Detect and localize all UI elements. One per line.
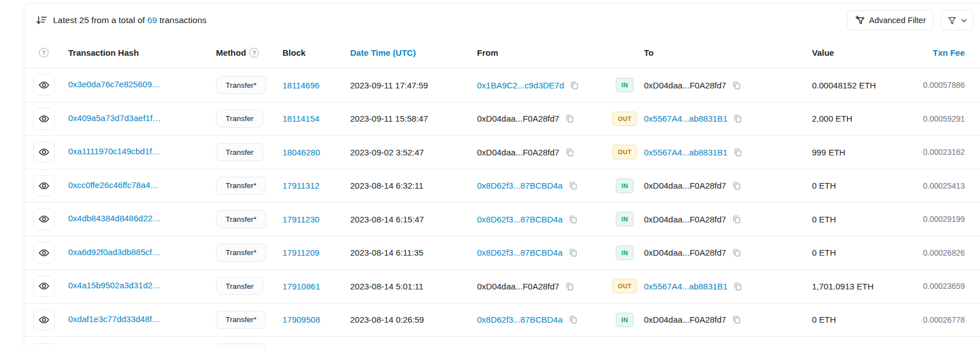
eye-icon [38, 113, 50, 124]
eye-button[interactable] [33, 242, 55, 264]
from-address[interactable]: 0xD04daa...F0A28fd7 [477, 148, 559, 157]
txn-fee-text: 0.00059291 [923, 114, 965, 123]
tx-hash-link[interactable]: 0xa1111970c149cbd1f… [68, 146, 160, 156]
copy-icon[interactable] [565, 282, 575, 291]
value-text: 0 ETH [812, 181, 836, 190]
copy-icon[interactable] [732, 181, 741, 190]
method-badge[interactable]: Transfer* [216, 76, 266, 94]
method-badge[interactable]: Transfer [216, 110, 263, 128]
table-row: 0x409a5a73d7d3aef1f… Transfer 18114154 2… [24, 102, 980, 136]
copy-icon[interactable] [565, 148, 575, 157]
copy-icon[interactable] [733, 114, 743, 123]
copy-icon[interactable] [568, 248, 578, 257]
method-badge[interactable]: Transfer* [216, 311, 266, 329]
from-address[interactable]: 0xD04daa...F0A28fd7 [477, 114, 559, 123]
value-text: 1,701.0913 ETH [812, 282, 873, 291]
method-badge[interactable]: Transfer [216, 143, 263, 161]
copy-icon[interactable] [733, 282, 743, 291]
table-header-row: ? Transaction Hash Method ? Block Date T… [24, 37, 980, 69]
table-row: 0xcc0ffe26c46ffc78a4… Transfer* 17911312… [24, 169, 980, 203]
eye-icon [38, 146, 50, 158]
method-badge[interactable]: Transfer* [216, 210, 266, 228]
help-icon[interactable]: ? [39, 48, 48, 57]
copy-icon[interactable] [568, 315, 578, 324]
copy-icon[interactable] [565, 114, 575, 123]
from-address[interactable]: 0x8D62f3...87BCBD4a [477, 215, 563, 224]
direction-badge: OUT [612, 111, 637, 126]
to-address[interactable]: 0xD04daa...F0A28fd7 [644, 81, 726, 90]
method-badge[interactable] [216, 343, 266, 348]
eye-icon [38, 213, 50, 225]
table-row: 0x4a15b9502a3d31d2… Transfer 17910861 20… [24, 270, 980, 304]
table-topbar: Latest 25 from a total of 69 transaction… [24, 3, 980, 37]
block-link[interactable]: 17911209 [282, 248, 320, 257]
copy-icon[interactable] [732, 248, 741, 257]
to-address[interactable]: 0xD04daa...F0A28fd7 [644, 248, 726, 257]
copy-icon[interactable] [732, 215, 741, 224]
tx-hash-link[interactable]: 0xdaf1e3c77dd33d48f… [68, 314, 160, 324]
header-datetime-toggle[interactable]: Date Time (UTC) [350, 48, 477, 57]
filter-dropdown-button[interactable] [941, 10, 974, 30]
table-row: 0xdaf1e3c77dd33d48f… Transfer* 17909508 … [24, 304, 980, 337]
block-link[interactable]: 18114154 [282, 114, 320, 123]
eye-button[interactable] [33, 141, 55, 163]
to-address[interactable]: 0xD04daa...F0A28fd7 [644, 181, 726, 190]
transaction-count-link[interactable]: 69 [147, 15, 157, 25]
eye-button[interactable] [33, 309, 55, 331]
to-address[interactable]: 0xD04daa...F0A28fd7 [644, 315, 726, 324]
tx-hash-link[interactable]: 0xa6d92f0ad3db885cf… [68, 247, 160, 257]
txn-fee-text: 0.00025413 [923, 181, 965, 190]
header-block: Block [282, 48, 350, 57]
eye-button[interactable] [33, 108, 55, 130]
header-txn-fee-toggle[interactable]: Txn Fee [917, 48, 965, 57]
value-text: 999 ETH [812, 148, 845, 157]
txn-fee-text: 0.00023162 [923, 148, 965, 157]
eye-button[interactable] [33, 74, 55, 96]
table-row: 0xa1111970c149cbd1f… Transfer 18046280 2… [24, 136, 980, 169]
datetime-text: 2023-09-11 15:58:47 [350, 114, 428, 123]
block-link[interactable]: 18046280 [282, 148, 320, 157]
value-text: 0.00048152 ETH [812, 81, 876, 90]
to-address[interactable]: 0x5567A4...ab8831B1 [644, 114, 727, 123]
direction-badge: IN [616, 246, 634, 260]
tx-hash-link[interactable]: 0x4a15b9502a3d31d2… [68, 280, 161, 290]
to-address[interactable]: 0x5567A4...ab8831B1 [644, 148, 727, 157]
copy-icon[interactable] [732, 315, 741, 324]
eye-button[interactable] [33, 208, 55, 230]
copy-icon[interactable] [568, 215, 578, 224]
tx-hash-link[interactable]: 0x409a5a73d7d3aef1f… [68, 113, 161, 123]
table-row: 0x3e0da76c7e825609… Transfer* 18114696 2… [24, 69, 980, 102]
eye-icon [38, 180, 50, 191]
block-link[interactable]: 18114696 [282, 81, 320, 90]
copy-icon[interactable] [570, 81, 579, 90]
method-badge[interactable]: Transfer [216, 277, 263, 295]
copy-icon[interactable] [732, 81, 741, 90]
copy-icon[interactable] [733, 148, 743, 157]
from-address[interactable]: 0xD04daa...F0A28fd7 [477, 282, 559, 291]
eye-button[interactable] [33, 175, 55, 197]
eye-icon [38, 314, 50, 325]
method-badge[interactable]: Transfer* [216, 177, 266, 195]
block-link[interactable]: 17911230 [282, 215, 320, 224]
from-address[interactable]: 0x8D62f3...87BCBD4a [477, 181, 563, 190]
method-help-icon[interactable]: ? [249, 48, 259, 57]
from-address[interactable]: 0x1BA9C2...c9d3DE7d [477, 81, 564, 90]
tx-hash-link[interactable]: 0xcc0ffe26c46ffc78a4… [68, 180, 158, 190]
block-link[interactable]: 17909508 [282, 315, 320, 324]
method-badge[interactable]: Transfer* [216, 244, 266, 262]
to-address[interactable]: 0xD04daa...F0A28fd7 [644, 215, 726, 224]
eye-icon [38, 280, 50, 292]
datetime-text: 2023-09-11 17:47:59 [350, 81, 428, 90]
block-link[interactable]: 17911312 [282, 181, 320, 190]
from-address[interactable]: 0x8D62f3...87BCBD4a [477, 248, 563, 257]
direction-badge: IN [616, 212, 634, 226]
advanced-filter-button[interactable]: Advanced Filter [847, 10, 934, 30]
eye-button[interactable] [33, 343, 55, 348]
tx-hash-link[interactable]: 0x3e0da76c7e825609… [68, 79, 160, 89]
from-address[interactable]: 0x8D62f3...87BCBD4a [477, 315, 563, 324]
block-link[interactable]: 17910861 [282, 282, 320, 291]
eye-button[interactable] [33, 275, 55, 297]
copy-icon[interactable] [568, 181, 578, 190]
to-address[interactable]: 0x5567A4...ab8831B1 [644, 282, 727, 291]
tx-hash-link[interactable]: 0x4db84384d8486d22… [68, 213, 161, 223]
